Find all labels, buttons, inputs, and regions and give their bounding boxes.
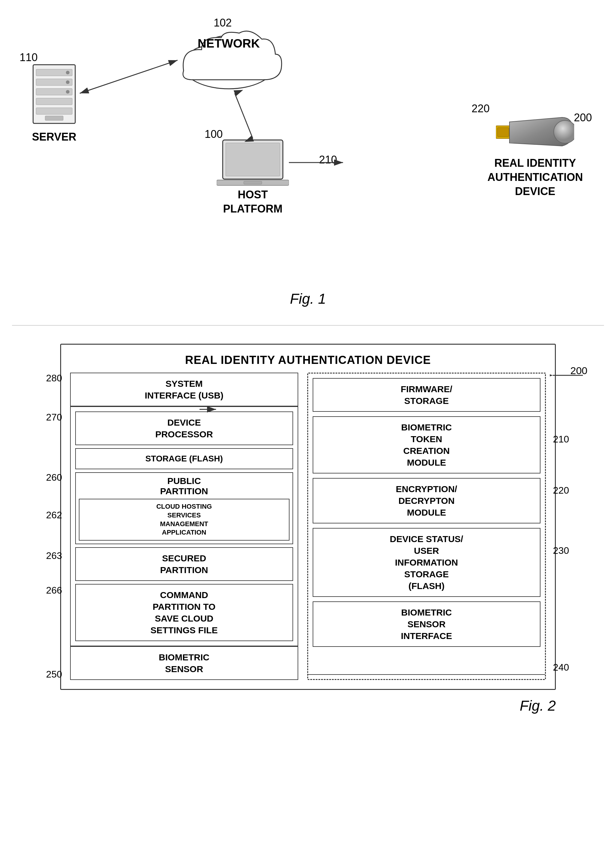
biometric-token-block: BIOMETRIC TOKEN CREATION MODULE <box>312 416 541 474</box>
public-partition-outer: PUBLIC PARTITION 262 CLOUD HOSTING SERVI… <box>75 472 293 544</box>
svg-point-14 <box>66 80 69 84</box>
ref-262: 262 <box>46 510 62 521</box>
public-partition-label: PUBLIC PARTITION <box>79 476 289 496</box>
network-group: NETWORK <box>175 24 283 108</box>
encryption-block: ENCRYPTION/ DECRYPTON MODULE <box>312 478 541 524</box>
fig2-content: 280 SYSTEM INTERFACE (USB) 270 DEVICE PR… <box>70 373 546 680</box>
ref-270: 270 <box>46 412 62 423</box>
svg-point-12 <box>66 71 69 74</box>
server-label: SERVER <box>30 131 78 143</box>
svg-rect-17 <box>36 98 72 105</box>
ref-263: 263 <box>46 550 62 561</box>
usb-icon-svg <box>496 114 574 153</box>
biometric-sensor-interface-block: BIOMETRIC SENSOR INTERFACE <box>312 601 541 647</box>
cloud-svg <box>175 24 283 93</box>
host-group: HOST PLATFORM <box>217 139 289 216</box>
ref-260: 260 <box>46 472 62 483</box>
right-column: 210 220 230 240 FIRMWARE/ STORAGE BIOMET… <box>307 373 546 680</box>
ref-266: 266 <box>46 585 62 596</box>
svg-rect-25 <box>497 128 509 137</box>
ref-110: 110 <box>19 51 38 64</box>
storage-flash-block: STORAGE (FLASH) <box>75 448 293 469</box>
svg-rect-19 <box>45 116 63 120</box>
ref-210-fig2: 210 <box>553 434 569 445</box>
usb-label: REAL IDENTITY AUTHENTICATION DEVICE <box>488 156 583 198</box>
device-status-block: DEVICE STATUS/ USER INFORMATION STORAGE … <box>312 528 541 597</box>
svg-point-26 <box>554 120 574 143</box>
firmware-block: FIRMWARE/ STORAGE <box>312 378 541 412</box>
ref-240-fig2: 240 <box>553 662 569 673</box>
host-label: HOST PLATFORM <box>217 188 289 216</box>
cloud-hosting-block: CLOUD HOSTING SERVICES MANAGEMENT APPLIC… <box>79 499 289 540</box>
server-group: SERVER <box>30 63 78 143</box>
outer-title: REAL IDENTITY AUTHENTICATION DEVICE <box>70 354 546 367</box>
sensor-connection-line <box>308 670 545 679</box>
ref-250: 250 <box>46 669 62 680</box>
laptop-icon-svg <box>217 139 289 187</box>
fig2-section: 200 REAL IDENTITY AUTHENTICATION DEVICE … <box>0 326 616 738</box>
ref-200-fig2: 200 <box>570 365 587 376</box>
svg-rect-18 <box>36 108 72 114</box>
svg-rect-23 <box>244 181 262 184</box>
ref-220-fig2: 220 <box>553 485 569 496</box>
ref-280: 280 <box>46 373 62 384</box>
server-icon-svg <box>30 63 78 127</box>
fig1-caption: Fig. 1 <box>290 291 326 307</box>
left-column: 280 SYSTEM INTERFACE (USB) 270 DEVICE PR… <box>70 373 298 680</box>
command-partition-block: COMMAND PARTITION TO SAVE CLOUD SETTINGS… <box>75 584 293 641</box>
secured-partition-block: SECURED PARTITION <box>75 547 293 581</box>
device-processor-block: DEVICE PROCESSOR <box>75 412 293 445</box>
system-interface-block: SYSTEM INTERFACE (USB) <box>70 373 298 406</box>
svg-point-16 <box>66 90 69 94</box>
fig2-caption: Fig. 2 <box>520 697 556 714</box>
ref-210-fig1: 210 <box>319 153 337 166</box>
processor-storage-group: DEVICE PROCESSOR STORAGE (FLASH) 260 PUB… <box>70 406 298 646</box>
usb-device-group: REAL IDENTITY AUTHENTICATION DEVICE <box>488 114 583 198</box>
ref-230-fig2: 230 <box>553 545 569 556</box>
network-label: NETWORK <box>175 37 283 50</box>
device-outer-box: REAL IDENTITY AUTHENTICATION DEVICE 280 … <box>60 344 556 690</box>
ref-220-fig1: 220 <box>472 102 489 115</box>
fig1-section: 102 NETWORK 110 <box>0 0 616 325</box>
svg-line-31 <box>80 60 178 93</box>
svg-rect-21 <box>226 143 280 176</box>
biometric-sensor-bottom-block: BIOMETRIC SENSOR <box>70 646 298 680</box>
